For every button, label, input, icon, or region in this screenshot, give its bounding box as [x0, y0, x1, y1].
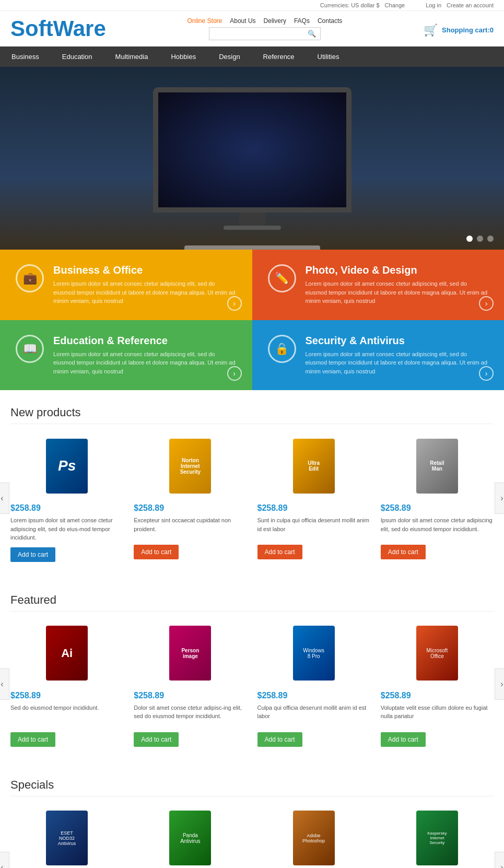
search-box: 🔍 — [209, 27, 321, 40]
cat-business-arrow[interactable]: › — [227, 296, 242, 311]
cat-business-title: Business & Office — [53, 264, 237, 276]
nav-faqs[interactable]: FAQs — [294, 17, 310, 25]
specials-row: ESETNOD32Antivirus $258.89 $289.96 Lorem… — [10, 807, 494, 869]
add-to-cart-button[interactable]: Add to cart — [134, 545, 179, 559]
search-icon[interactable]: 🔍 — [308, 30, 316, 38]
featured-prev-btn[interactable]: ‹ — [0, 668, 9, 700]
new-products-row: Ps $258.89 Lorem ipsum dolor sit amet co… — [10, 435, 494, 562]
specials-prev-btn[interactable]: ‹ — [0, 852, 9, 868]
new-products-prev-btn[interactable]: ‹ — [0, 483, 9, 514]
login-link[interactable]: Log in — [426, 2, 441, 8]
search-input[interactable] — [214, 30, 308, 38]
nav-contacts[interactable]: Contacts — [318, 17, 342, 25]
header-right: 🛒 Shopping cart:0 — [424, 21, 494, 37]
cat-security-desc: Lorem ipsum dolor sit amet consec ctetur… — [306, 350, 489, 376]
featured-section: Featured ‹ Ai $258.89 Sed do eiusmod tem… — [0, 578, 504, 763]
nav-hobbies[interactable]: Hobbies — [159, 46, 207, 67]
cat-security-arrow[interactable]: › — [479, 366, 494, 381]
featured-carousel: ‹ Ai $258.89 Sed do eiusmod tempor incid… — [10, 622, 494, 747]
hero-banner — [0, 67, 504, 250]
ps-box: Ps — [46, 439, 88, 494]
product-desc: Excepteur sint occaecat cupidatat non pr… — [134, 516, 247, 539]
nav-business[interactable]: Business — [0, 46, 51, 67]
currency-label: Currencies: US dollar $ — [320, 2, 380, 8]
office-box: MicrosoftOffice — [416, 626, 458, 681]
panda-box: PandaAntivirus — [169, 811, 211, 865]
nav-delivery[interactable]: Delivery — [264, 17, 286, 25]
nav-online-store[interactable]: Online Store — [187, 17, 222, 25]
top-bar: Currencies: US dollar $ Change Log in Cr… — [0, 0, 504, 11]
hero-dots — [466, 236, 494, 242]
product-image: Personimage — [134, 622, 247, 685]
specials-next-btn[interactable]: › — [495, 852, 504, 868]
product-price: $258.89 — [381, 503, 494, 513]
cart-icon[interactable]: 🛒 — [424, 24, 438, 37]
product-image: Windows8 Pro — [257, 622, 370, 685]
cat-education-desc: Lorem ipsum dolor sit amet consec ctetur… — [53, 350, 237, 376]
hero-dot-3[interactable] — [487, 236, 494, 242]
product-card: UltraEdit $258.89 Sunt in culpa qui offi… — [257, 435, 370, 562]
featured-next-btn[interactable]: › — [495, 668, 504, 700]
product-image: Ai — [10, 622, 123, 685]
adobe4-box: AdobePhotoshop — [293, 811, 335, 865]
new-products-section: New products ‹ Ps $258.89 Lorem ipsum do… — [0, 390, 504, 578]
retailman-box: RetailMan — [416, 439, 458, 494]
header-nav: Online Store About Us Delivery FAQs Cont… — [187, 17, 343, 25]
product-image: NortonInternetSecurity — [134, 435, 247, 497]
add-to-cart-button[interactable]: Add to cart — [10, 732, 55, 747]
cat-business-content: Business & Office Lorem ipsum dolor sit … — [53, 264, 237, 306]
nav-reference[interactable]: Reference — [252, 46, 306, 67]
norton-box: NortonInternetSecurity — [169, 439, 211, 494]
win8-box: Windows8 Pro — [293, 626, 335, 681]
add-to-cart-button[interactable]: Add to cart — [10, 547, 55, 562]
cat-security[interactable]: 🔒 Security & Antivirus Lorem ipsum dolor… — [252, 320, 505, 391]
cat-education-arrow[interactable]: › — [227, 366, 242, 381]
new-products-carousel: ‹ Ps $258.89 Lorem ipsum dolor sit amet … — [10, 435, 494, 562]
product-desc: Culpa qui officia deserunt mollit anim i… — [257, 703, 370, 727]
new-products-next-btn[interactable]: › — [495, 483, 504, 514]
product-price: $258.89 — [134, 691, 247, 700]
cat-business-desc: Lorem ipsum dolor sit amet consec ctetur… — [53, 279, 237, 306]
hero-dot-2[interactable] — [477, 236, 483, 242]
cat-business[interactable]: 💼 Business & Office Lorem ipsum dolor si… — [0, 250, 252, 320]
cat-education[interactable]: 📖 Education & Reference Lorem ipsum dolo… — [0, 320, 252, 391]
add-to-cart-button[interactable]: Add to cart — [257, 545, 302, 559]
hero-dot-1[interactable] — [466, 236, 473, 242]
product-card: Windows8 Pro $258.89 Culpa qui officia d… — [257, 622, 370, 747]
add-to-cart-button[interactable]: Add to cart — [257, 732, 302, 747]
main-nav: Business Education Multimedia Hobbies De… — [0, 46, 504, 67]
product-image: PandaAntivirus — [134, 807, 247, 869]
specials-title: Specials — [10, 778, 494, 796]
product-card: NortonInternetSecurity $258.89 Excepteur… — [134, 435, 247, 562]
cat-photo-desc: Lorem ipsum dolor sit amet consec ctetur… — [306, 279, 489, 306]
product-card: KasperskyInternetSecurity $258.89 $289.9… — [381, 807, 494, 869]
cat-photo-title: Photo, Video & Design — [306, 264, 489, 276]
product-image: KasperskyInternetSecurity — [381, 807, 494, 869]
nav-multimedia[interactable]: Multimedia — [104, 46, 160, 67]
change-currency-link[interactable]: Change — [385, 2, 405, 8]
cat-security-title: Security & Antivirus — [306, 335, 489, 347]
cat-photo-arrow[interactable]: › — [479, 296, 494, 311]
create-account-link[interactable]: Create an account — [447, 2, 494, 8]
nav-education[interactable]: Education — [51, 46, 104, 67]
product-card: RetailMan $258.89 Ipsum dolor sit amet c… — [381, 435, 494, 562]
product-price: $258.89 — [381, 691, 494, 700]
nav-design[interactable]: Design — [207, 46, 251, 67]
cat-security-icon: 🔒 — [268, 335, 296, 363]
product-desc: Sed do eiusmod tempor incididunt. — [10, 703, 123, 727]
add-to-cart-button[interactable]: Add to cart — [134, 732, 179, 747]
add-to-cart-button[interactable]: Add to cart — [381, 545, 426, 559]
adobe2-box: Ai — [46, 626, 88, 681]
logo[interactable]: SoftWare — [10, 16, 106, 41]
add-to-cart-button[interactable]: Add to cart — [381, 732, 426, 747]
product-price: $258.89 — [257, 691, 370, 700]
cat-photo[interactable]: ✏️ Photo, Video & Design Lorem ipsum dol… — [252, 250, 505, 320]
header-center: Online Store About Us Delivery FAQs Cont… — [187, 17, 343, 40]
nav-about-us[interactable]: About Us — [230, 17, 255, 25]
cat-business-icon: 💼 — [16, 264, 44, 292]
nav-utilities[interactable]: Utilities — [306, 46, 351, 67]
product-image: AdobePhotoshop — [257, 807, 370, 869]
cat-education-title: Education & Reference — [53, 335, 237, 347]
featured-title: Featured — [10, 593, 494, 612]
cat-photo-content: Photo, Video & Design Lorem ipsum dolor … — [306, 264, 489, 306]
